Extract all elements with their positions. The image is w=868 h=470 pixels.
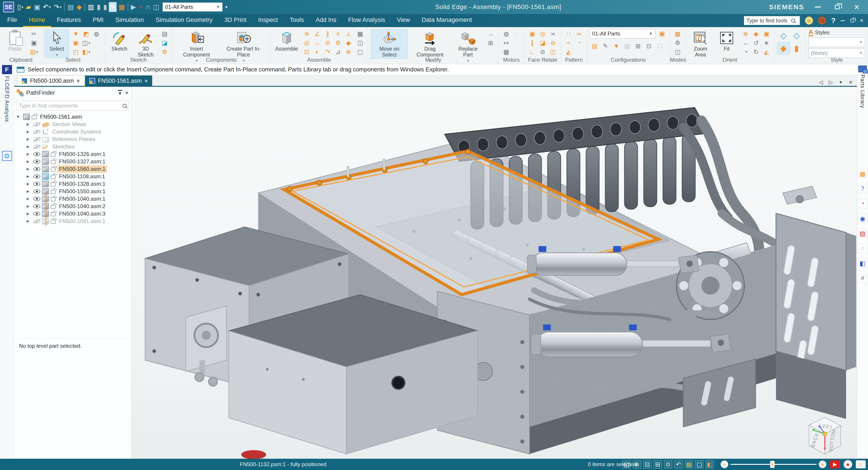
view-orientation-icon[interactable]: ◆: [751, 29, 761, 38]
window-icon[interactable]: ▢: [695, 460, 704, 468]
divider[interactable]: [84, 2, 86, 12]
expand-arrow-icon[interactable]: [27, 144, 32, 149]
undo-icon[interactable]: ↶: [42, 2, 52, 12]
tangent-face-icon[interactable]: ⊘: [538, 47, 548, 57]
visibility-eye-icon[interactable]: [33, 219, 40, 223]
expand-arrow-icon[interactable]: [27, 137, 32, 141]
find-components-input[interactable]: [19, 103, 123, 109]
assemble-options-icon[interactable]: ▢: [355, 47, 365, 57]
menu-tab[interactable]: View: [391, 14, 416, 27]
floefd-settings-icon[interactable]: ⚙: [2, 151, 12, 161]
paste-special-icon[interactable]: ▤: [29, 47, 39, 57]
menu-tab[interactable]: 3D Print: [218, 14, 252, 27]
gauge-icon[interactable]: ◔: [858, 199, 867, 208]
view-cube[interactable]: LEFT BACK BOTTOM: [802, 412, 847, 457]
probe-icon[interactable]: ◌: [858, 244, 867, 253]
rotate-view-icon[interactable]: ∗: [762, 38, 771, 47]
redo-icon[interactable]: ↷: [53, 2, 62, 12]
upload-button[interactable]: ↑: [856, 460, 866, 468]
insert-relation-icon[interactable]: ◎: [302, 38, 312, 47]
shaded-with-edges-icon[interactable]: ◆: [777, 42, 790, 55]
find-tools-input[interactable]: [746, 18, 789, 24]
parallel-relation-icon[interactable]: ∥: [323, 29, 333, 38]
parallel-face-icon[interactable]: ∥: [527, 38, 537, 47]
symmetric-face-icon[interactable]: ◫: [548, 47, 558, 57]
spin-icon[interactable]: ↻: [751, 47, 761, 57]
save-model-icon[interactable]: ◫: [673, 47, 683, 57]
visibility-eye-icon[interactable]: [33, 122, 40, 126]
expand-arrow-icon[interactable]: [27, 204, 32, 208]
help-icon[interactable]: ?: [831, 16, 836, 25]
face-style-selector[interactable]: ▼: [809, 37, 865, 47]
activate-part-icon[interactable]: ◩: [81, 29, 91, 38]
dependency-graph-icon[interactable]: #: [858, 274, 867, 283]
camera-icon[interactable]: ◭: [762, 47, 771, 57]
tree-row[interactable]: FN500-1326.asm:1: [14, 150, 131, 158]
pattern-curve-icon[interactable]: ≈: [564, 38, 574, 47]
rotate-icon[interactable]: ⊙: [664, 460, 672, 468]
find-tools-box[interactable]: [744, 16, 800, 25]
pathfinder-close-icon[interactable]: ×: [125, 89, 129, 97]
move-on-select-button[interactable]: Move on Select: [371, 29, 408, 59]
mate-relation-icon[interactable]: ↔: [312, 38, 322, 47]
expand-arrow-icon[interactable]: [27, 197, 32, 201]
find-components-box[interactable]: [16, 101, 129, 111]
styles-label[interactable]: Styles: [815, 29, 830, 36]
tree-row[interactable]: FN500-1328.asm:1: [14, 180, 131, 188]
zone-icon[interactable]: ☐: [655, 41, 665, 51]
path-relation-icon[interactable]: ↷: [323, 47, 333, 57]
zoom-slider-thumb[interactable]: [770, 461, 775, 468]
angle-relation-icon[interactable]: ∠: [312, 29, 322, 38]
planar-align-icon[interactable]: ≡: [333, 29, 343, 38]
sketch-view-icon[interactable]: ◪: [160, 38, 169, 47]
zoom-area-icon[interactable]: ◱: [622, 460, 630, 468]
feedback-sad-icon[interactable]: ☹: [818, 16, 826, 25]
cam-relation-icon[interactable]: ◐: [312, 47, 322, 57]
save-configuration-quick-icon[interactable]: ▣: [657, 29, 667, 38]
gear-relation-icon[interactable]: ⚙: [333, 38, 343, 47]
menu-tab[interactable]: File: [1, 14, 23, 27]
pan-icon[interactable]: ↔: [741, 38, 751, 47]
sketch-plane-icon[interactable]: ▤: [160, 29, 169, 38]
tab-list-icon[interactable]: ▼: [839, 80, 843, 85]
menu-tab[interactable]: Tools: [284, 14, 310, 27]
dropdown-arrow-icon[interactable]: [22, 5, 23, 9]
parts-library-icon[interactable]: [858, 66, 867, 72]
tab-close-icon[interactable]: ×: [145, 78, 148, 84]
dropdown-arrow-icon[interactable]: [60, 5, 62, 9]
display-options-icon[interactable]: ◉: [858, 214, 867, 223]
menu-tab[interactable]: Simulation: [110, 14, 150, 27]
select-visible-icon[interactable]: ◍: [92, 29, 101, 38]
doc-minimize-button[interactable]: [841, 20, 845, 21]
tree-row[interactable]: Sketches: [14, 143, 131, 150]
edit-configuration-icon[interactable]: ✎: [600, 41, 611, 51]
tab-close-icon[interactable]: ×: [76, 78, 80, 84]
pathfinder-collapse-icon[interactable]: ▼: [118, 90, 122, 96]
config-camera-icon[interactable]: ⊡: [644, 41, 654, 51]
visibility-eye-icon[interactable]: [33, 130, 40, 134]
alternate-assemblies-icon[interactable]: ▦: [858, 169, 867, 178]
tree-row[interactable]: Reference Planes: [14, 135, 131, 143]
offset-face-icon[interactable]: ⊖: [548, 38, 558, 47]
tree-row[interactable]: Section Views: [14, 121, 131, 128]
center-plane-icon[interactable]: ◆: [343, 38, 353, 47]
tree-root-row[interactable]: FN500-1561.asm: [14, 113, 131, 121]
tree-row[interactable]: FN500-1040.asm:2: [14, 202, 131, 210]
tree-row[interactable]: FN500-1327.asm:1: [14, 158, 131, 165]
cut-icon[interactable]: ✂: [29, 29, 39, 38]
doc-restore-button[interactable]: [850, 19, 854, 22]
floefd-logo-icon[interactable]: F: [2, 65, 12, 74]
expand-arrow-icon[interactable]: [27, 159, 32, 164]
expand-arrow-icon[interactable]: [27, 130, 32, 134]
zoom-slider[interactable]: [731, 464, 816, 465]
visibility-eye-icon[interactable]: [33, 167, 40, 171]
simplify-mode-icon[interactable]: ▦: [673, 29, 683, 38]
box-select-icon[interactable]: ◰: [71, 47, 81, 57]
parts-select-icon[interactable]: ◧: [706, 460, 714, 468]
save-icon[interactable]: ▣: [33, 2, 41, 12]
align-face-icon[interactable]: ≍: [548, 29, 558, 38]
help-topics-icon[interactable]: ?: [858, 184, 867, 193]
expand-arrow-icon[interactable]: [27, 174, 32, 178]
linear-motor-icon[interactable]: ↦: [501, 38, 511, 47]
expand-arrow-icon[interactable]: [27, 152, 32, 156]
